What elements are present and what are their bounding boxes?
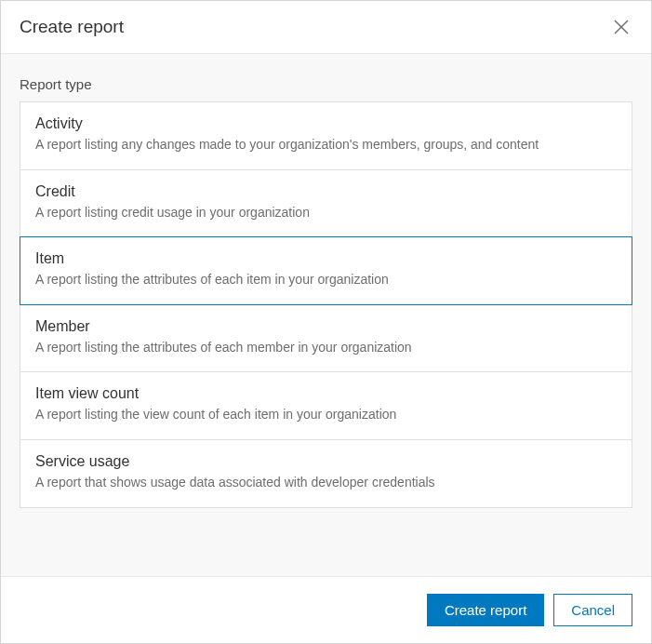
report-option-member[interactable]: Member A report listing the attributes o…	[20, 304, 632, 373]
report-type-label: Report type	[20, 76, 632, 92]
option-desc: A report listing any changes made to you…	[35, 136, 617, 154]
report-option-credit[interactable]: Credit A report listing credit usage in …	[20, 169, 632, 238]
dialog-header: Create report	[1, 1, 651, 54]
option-title: Credit	[35, 183, 617, 200]
dialog-title: Create report	[20, 17, 124, 37]
report-option-item[interactable]: Item A report listing the attributes of …	[20, 236, 632, 305]
report-option-service-usage[interactable]: Service usage A report that shows usage …	[20, 439, 632, 508]
option-desc: A report listing the attributes of each …	[35, 271, 617, 289]
option-title: Activity	[35, 115, 617, 132]
dialog-footer: Create report Cancel	[1, 576, 651, 643]
option-title: Service usage	[35, 453, 617, 470]
dialog-body: Report type Activity A report listing an…	[1, 54, 651, 576]
option-desc: A report listing the attributes of each …	[35, 339, 617, 357]
report-option-item-view-count[interactable]: Item view count A report listing the vie…	[20, 371, 632, 440]
cancel-button[interactable]: Cancel	[553, 594, 632, 626]
close-icon	[613, 19, 630, 35]
report-type-list: Activity A report listing any changes ma…	[20, 101, 632, 507]
create-report-button[interactable]: Create report	[427, 594, 544, 626]
option-title: Member	[35, 318, 617, 335]
option-title: Item	[35, 250, 617, 267]
create-report-dialog: Create report Report type Activity A rep…	[0, 0, 652, 644]
option-title: Item view count	[35, 385, 617, 402]
close-button[interactable]	[610, 16, 632, 38]
report-option-activity[interactable]: Activity A report listing any changes ma…	[20, 101, 632, 170]
option-desc: A report listing credit usage in your or…	[35, 204, 617, 222]
option-desc: A report that shows usage data associate…	[35, 474, 617, 492]
option-desc: A report listing the view count of each …	[35, 406, 617, 424]
